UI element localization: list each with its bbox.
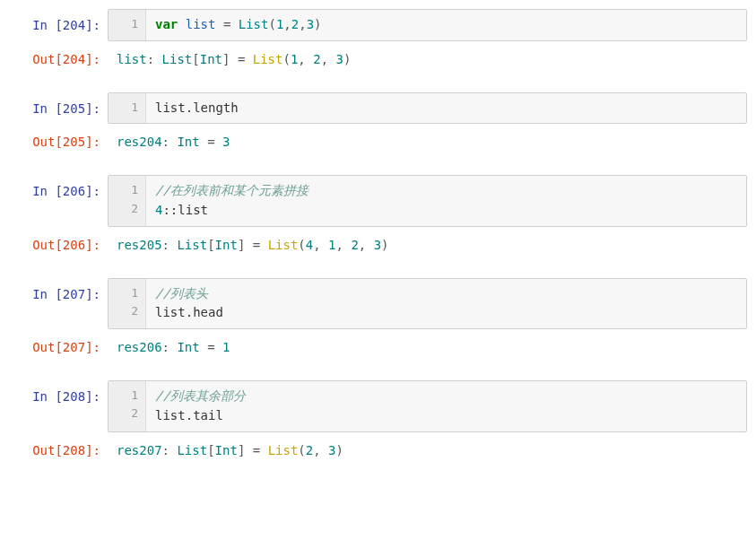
code-token: 2 — [313, 52, 320, 66]
out-prompt: Out[206]: — [9, 229, 108, 258]
cell-block: In [208]:12//列表其余部分list.tailOut[208]:res… — [9, 380, 747, 463]
out-prompt: Out[204]: — [9, 43, 108, 73]
code-line[interactable]: list.length — [155, 99, 737, 118]
code-token: List — [253, 52, 283, 66]
output-cell: Out[205]:res204: Int = 3 — [9, 126, 747, 155]
code-token: = — [230, 52, 252, 66]
code-token: 3 — [374, 238, 381, 252]
code-token — [215, 17, 222, 31]
code-token: Int — [177, 340, 199, 354]
code-token: , — [283, 17, 291, 31]
code-token: res204 — [117, 135, 162, 149]
code-token: Int — [200, 52, 222, 66]
code-token: , — [299, 17, 306, 31]
code-token: List — [162, 52, 193, 66]
code-token: ) — [314, 17, 321, 31]
code-token: var — [155, 17, 178, 31]
out-prompt: Out[205]: — [9, 126, 108, 155]
code-line[interactable]: //列表其余部分 — [155, 387, 737, 406]
code-token: 3 — [222, 135, 230, 149]
code-token: 1 — [222, 340, 230, 354]
output-text: res207: List[Int] = List(2, 3) — [108, 434, 747, 464]
code-editor[interactable]: //列表头list.head — [146, 279, 746, 328]
code-token: , — [313, 443, 328, 457]
out-prompt: Out[207]: — [9, 331, 108, 361]
code-token: = — [245, 443, 267, 457]
code-line[interactable]: //在列表前和某个元素拼接 — [155, 181, 737, 201]
code-editor[interactable]: var list = List(1,2,3) — [146, 10, 746, 40]
code-token: : — [162, 135, 178, 149]
code-token: res207 — [117, 443, 162, 457]
in-prompt: In [208]: — [9, 380, 108, 431]
line-number: 1 — [109, 99, 138, 117]
code-token: : — [162, 238, 178, 252]
input-cell: In [206]:12//在列表前和某个元素拼接4::list — [9, 175, 747, 226]
code-input-area[interactable]: 12//列表其余部分list.tail — [108, 380, 747, 431]
code-token: ( — [268, 17, 275, 31]
cell-block: In [204]:1var list = List(1,2,3)Out[204]… — [9, 9, 747, 73]
code-line[interactable]: list.head — [155, 303, 737, 323]
code-token: //列表头 — [155, 286, 208, 300]
line-gutter: 1 — [109, 10, 146, 40]
output-text: res205: List[Int] = List(4, 1, 2, 3) — [108, 229, 747, 258]
code-token: = — [245, 238, 267, 252]
output-text: res204: Int = 3 — [108, 126, 747, 155]
output-text: list: List[Int] = List(1, 2, 3) — [108, 43, 747, 73]
code-token: [ — [207, 443, 214, 457]
code-editor[interactable]: //列表其余部分list.tail — [146, 381, 746, 431]
code-token: 4 — [306, 238, 313, 252]
code-token: 3 — [328, 443, 335, 457]
code-token: , — [336, 238, 352, 252]
line-number: 1 — [109, 15, 138, 33]
code-token: //列表其余部分 — [155, 388, 246, 403]
code-line[interactable]: //列表头 — [155, 284, 737, 304]
in-prompt: In [205]: — [9, 92, 108, 125]
code-token: //在列表前和某个元素拼接 — [155, 183, 308, 197]
input-cell: In [208]:12//列表其余部分list.tail — [9, 380, 747, 431]
code-token: , — [321, 52, 336, 66]
code-input-area[interactable]: 1var list = List(1,2,3) — [108, 9, 747, 41]
code-line[interactable]: 4::list — [155, 201, 737, 221]
code-token: ( — [298, 238, 305, 252]
code-editor[interactable]: //在列表前和某个元素拼接4::list — [146, 176, 746, 225]
code-token: 2 — [291, 17, 299, 31]
line-number: 2 — [109, 200, 138, 218]
code-token: , — [313, 238, 328, 252]
code-input-area[interactable]: 1list.length — [108, 92, 747, 125]
code-token: 2 — [351, 238, 358, 252]
line-gutter: 1 — [109, 93, 146, 124]
code-input-area[interactable]: 12//列表头list.head — [108, 278, 747, 329]
code-token: Int — [177, 135, 199, 149]
code-token: list — [117, 52, 147, 66]
line-number: 1 — [109, 284, 138, 302]
code-token: = — [200, 340, 222, 354]
code-token: ) — [336, 443, 343, 457]
code-token: [ — [192, 52, 199, 66]
code-token: list.tail — [155, 408, 223, 422]
code-input-area[interactable]: 12//在列表前和某个元素拼接4::list — [108, 175, 747, 226]
line-gutter: 12 — [109, 279, 146, 328]
code-editor[interactable]: list.length — [146, 93, 746, 124]
code-token: [ — [207, 238, 214, 252]
code-line[interactable]: list.tail — [155, 406, 737, 426]
output-cell: Out[207]:res206: Int = 1 — [9, 331, 747, 361]
code-token: ) — [381, 238, 388, 252]
code-token: = — [200, 135, 222, 149]
code-token: List — [268, 238, 299, 252]
code-token: 3 — [307, 17, 314, 31]
out-prompt: Out[208]: — [9, 434, 108, 464]
line-number: 2 — [109, 405, 138, 422]
output-text: res206: Int = 1 — [108, 331, 747, 361]
cell-block: In [205]:1list.lengthOut[205]:res204: In… — [9, 92, 747, 156]
code-token: list — [186, 17, 216, 31]
input-cell: In [207]:12//列表头list.head — [9, 278, 747, 329]
code-token — [230, 17, 238, 31]
code-token: list.length — [155, 100, 239, 115]
line-number: 2 — [109, 302, 138, 320]
code-token: 3 — [336, 52, 343, 66]
code-line[interactable]: var list = List(1,2,3) — [155, 15, 737, 35]
code-token: List — [239, 17, 269, 31]
input-cell: In [204]:1var list = List(1,2,3) — [9, 9, 747, 41]
line-gutter: 12 — [109, 381, 146, 431]
code-token — [178, 17, 185, 31]
